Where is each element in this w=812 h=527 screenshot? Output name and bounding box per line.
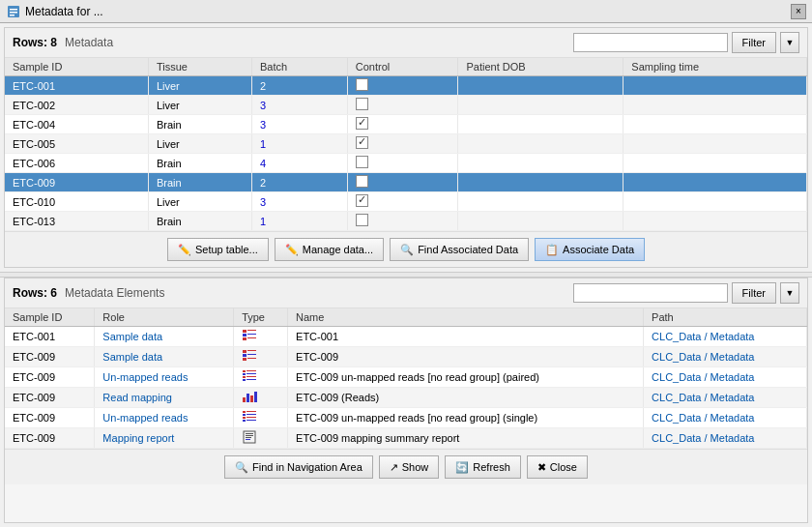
cell-b-role: Mapping report — [95, 428, 234, 449]
cell-patient-dob — [458, 96, 624, 115]
close-button[interactable]: ✖ Close — [527, 455, 588, 479]
cell-tissue: Liver — [148, 76, 251, 96]
col-header-tissue: Tissue — [148, 58, 251, 76]
window-close-button[interactable]: × — [791, 4, 806, 19]
svg-rect-7 — [247, 334, 256, 335]
cell-batch: 4 — [252, 154, 348, 173]
cell-patient-dob — [458, 115, 624, 134]
associate-data-button[interactable]: 📋 Associate Data — [535, 238, 645, 261]
control-checkbox[interactable] — [356, 78, 368, 91]
svg-rect-22 — [243, 379, 246, 381]
svg-rect-25 — [246, 394, 249, 402]
col-header-patient-dob: Patient DOB — [458, 58, 624, 76]
cell-b-type — [234, 408, 288, 428]
top-panel-header: Rows: 8 Metadata Filter ▼ — [5, 28, 807, 58]
refresh-label: Refresh — [473, 461, 510, 473]
table-row[interactable]: ETC-009 Un-mapped reads ETC-009 un-mappe… — [5, 367, 807, 388]
table-row[interactable]: ETC-010 Liver 3 — [5, 192, 807, 212]
table-row[interactable]: ETC-009 Mapping report ETC-009 mapping s… — [5, 428, 807, 449]
table-row[interactable]: ETC-013 Brain 1 — [5, 212, 807, 231]
cell-b-role: Un-mapped reads — [95, 367, 234, 388]
close-label: Close — [550, 461, 577, 473]
col-header-control: Control — [347, 58, 458, 76]
cell-sample-id: ETC-010 — [5, 192, 148, 212]
svg-rect-37 — [246, 433, 253, 434]
bottom-filter-dropdown[interactable]: ▼ — [780, 282, 799, 304]
top-panel: Rows: 8 Metadata Filter ▼ Sample ID Tiss… — [4, 27, 808, 268]
cell-b-sample-id: ETC-009 — [5, 367, 95, 388]
window-icon — [6, 4, 21, 19]
cell-batch: 2 — [252, 173, 348, 192]
svg-rect-23 — [246, 379, 256, 380]
control-checkbox[interactable] — [356, 194, 368, 207]
cell-batch: 3 — [252, 192, 348, 212]
find-nav-button[interactable]: 🔍 Find in Navigation Area — [224, 455, 373, 479]
show-button[interactable]: ↗ Show — [379, 455, 440, 479]
control-checkbox[interactable] — [356, 175, 368, 188]
col-header-sampling-time: Sampling time — [624, 58, 807, 76]
cell-tissue: Brain — [148, 115, 251, 134]
bottom-table-header-row: Sample ID Role Type Name Path — [5, 308, 807, 327]
table-row[interactable]: ETC-009 Un-mapped reads ETC-009 un-mappe… — [5, 408, 807, 428]
table-row[interactable]: ETC-005 Liver 1 — [5, 134, 807, 154]
cell-sample-id: ETC-006 — [5, 154, 148, 173]
svg-rect-20 — [243, 376, 246, 378]
svg-rect-9 — [247, 337, 256, 338]
top-filter-dropdown[interactable]: ▼ — [780, 32, 799, 53]
table-row[interactable]: ETC-009 Read mapping ETC-009 (Reads) CLC… — [5, 388, 807, 408]
cell-tissue: Liver — [148, 192, 251, 212]
svg-rect-24 — [243, 397, 246, 402]
bottom-filter-input[interactable] — [573, 283, 728, 303]
control-checkbox[interactable] — [356, 214, 368, 226]
cell-sampling-time — [624, 154, 807, 173]
cell-b-role: Sample data — [95, 347, 234, 367]
control-checkbox[interactable] — [356, 136, 368, 149]
control-checkbox[interactable] — [356, 117, 368, 130]
top-toolbar: ✏️ Setup table... ✏️ Manage data... 🔍 Fi… — [5, 231, 807, 267]
table-row[interactable]: ETC-009 Brain 2 — [5, 173, 807, 192]
cell-b-role: Read mapping — [95, 388, 234, 408]
table-row[interactable]: ETC-004 Brain 3 — [5, 115, 807, 134]
cell-patient-dob — [458, 134, 624, 154]
svg-rect-21 — [246, 376, 256, 377]
close-icon: ✖ — [537, 461, 546, 474]
top-data-table: Sample ID Tissue Batch Control Patient D… — [5, 58, 807, 231]
cell-b-path: CLC_Data / Metadata — [644, 408, 807, 428]
svg-rect-28 — [243, 411, 246, 413]
cell-b-path: CLC_Data / Metadata — [644, 347, 807, 367]
bottom-table-container: Sample ID Role Type Name Path ETC-001 Sa… — [5, 308, 807, 449]
cell-patient-dob — [458, 173, 624, 192]
svg-rect-32 — [243, 417, 246, 419]
cell-sample-id: ETC-009 — [5, 173, 148, 192]
table-row[interactable]: ETC-001 Liver 2 — [5, 76, 807, 96]
associate-data-label: Associate Data — [563, 244, 634, 255]
top-table-header-row: Sample ID Tissue Batch Control Patient D… — [5, 58, 807, 76]
table-row[interactable]: ETC-001 Sample data ETC-001 CLC_Data / M… — [5, 327, 807, 347]
find-associated-button[interactable]: 🔍 Find Associated Data — [390, 238, 529, 261]
cell-patient-dob — [458, 76, 624, 96]
cell-sample-id: ETC-004 — [5, 115, 148, 134]
top-filter-button[interactable]: Filter — [732, 32, 776, 53]
find-assoc-icon: 🔍 — [400, 244, 414, 256]
svg-rect-34 — [243, 420, 246, 422]
control-checkbox[interactable] — [356, 156, 368, 168]
assoc-icon: 📋 — [545, 244, 559, 256]
cell-tissue: Brain — [148, 154, 251, 173]
find-nav-label: Find in Navigation Area — [252, 461, 362, 473]
cell-b-type — [234, 367, 288, 388]
refresh-button[interactable]: 🔄 Refresh — [445, 455, 521, 479]
cell-b-path: CLC_Data / Metadata — [644, 327, 807, 347]
table-row[interactable]: ETC-006 Brain 4 — [5, 154, 807, 173]
manage-data-button[interactable]: ✏️ Manage data... — [275, 238, 384, 261]
window-title: Metadata for ... — [25, 5, 791, 18]
col-header-b-sample-id: Sample ID — [5, 308, 95, 327]
cell-sample-id: ETC-001 — [5, 76, 148, 96]
top-table-container: Sample ID Tissue Batch Control Patient D… — [5, 58, 807, 231]
table-row[interactable]: ETC-002 Liver 3 — [5, 96, 807, 115]
top-filter-input[interactable] — [573, 33, 728, 52]
svg-rect-39 — [246, 437, 251, 438]
bottom-filter-button[interactable]: Filter — [732, 282, 776, 304]
setup-table-button[interactable]: ✏️ Setup table... — [167, 238, 269, 261]
table-row[interactable]: ETC-009 Sample data ETC-009 CLC_Data / M… — [5, 347, 807, 367]
control-checkbox[interactable] — [356, 98, 368, 110]
